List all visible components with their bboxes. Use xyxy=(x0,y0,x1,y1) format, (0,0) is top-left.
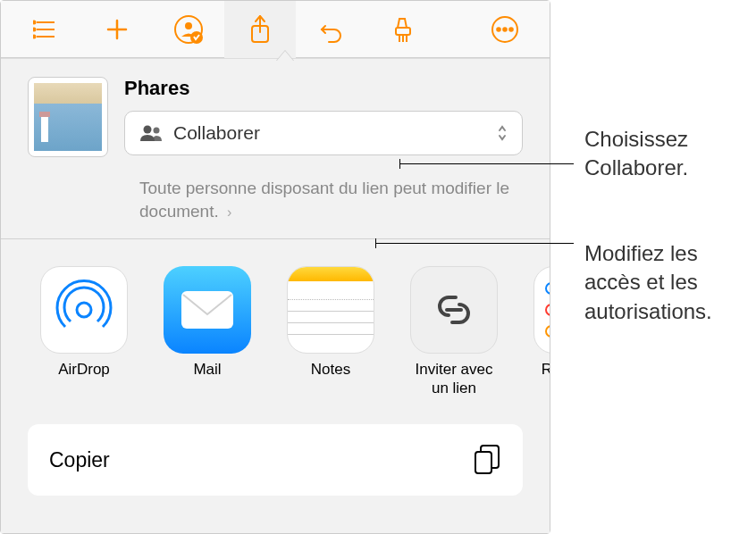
airdrop-app[interactable]: AirDrop xyxy=(40,266,128,397)
mail-app[interactable]: Mail xyxy=(164,266,251,397)
svg-rect-12 xyxy=(396,28,410,35)
toc-button[interactable] xyxy=(10,1,81,58)
format-button[interactable] xyxy=(367,1,439,58)
notes-app[interactable]: Notes xyxy=(287,266,374,397)
toolbar xyxy=(1,1,550,58)
app-label: AirDrop xyxy=(58,361,110,379)
chevron-right-icon: › xyxy=(227,204,231,220)
more-button[interactable] xyxy=(469,1,541,58)
collaborate-label: Collaborer xyxy=(173,122,486,144)
airdrop-icon xyxy=(40,266,128,354)
notes-icon xyxy=(287,266,374,354)
svg-point-5 xyxy=(33,35,36,38)
svg-point-4 xyxy=(33,28,36,30)
svg-point-20 xyxy=(144,126,152,134)
copy-icon xyxy=(473,444,501,476)
document-title: Phares xyxy=(124,77,523,100)
collab-badge-button[interactable] xyxy=(153,1,224,58)
app-label: R xyxy=(542,361,550,379)
share-sheet: Phares Collaborer Toute per xyxy=(1,58,550,533)
app-label: Notes xyxy=(311,361,350,379)
callout-line xyxy=(399,163,574,164)
mail-icon xyxy=(164,266,251,354)
svg-point-21 xyxy=(154,128,160,134)
share-button[interactable] xyxy=(224,1,296,58)
svg-rect-25 xyxy=(475,452,491,473)
link-icon xyxy=(410,266,498,354)
svg-rect-23 xyxy=(181,291,233,329)
svg-point-17 xyxy=(497,28,500,31)
people-icon xyxy=(139,125,163,141)
share-apps-row: AirDrop Mail xyxy=(1,239,550,406)
reminders-app-partial[interactable]: R xyxy=(533,266,550,397)
popover-arrow xyxy=(276,51,294,62)
app-label: Inviter avec un lien xyxy=(410,361,498,397)
copy-label: Copier xyxy=(49,448,110,472)
undo-button[interactable] xyxy=(296,1,367,58)
collaborate-dropdown[interactable]: Collaborer xyxy=(124,111,523,155)
svg-point-18 xyxy=(503,28,507,31)
invite-link-app[interactable]: Inviter avec un lien xyxy=(410,266,498,397)
chevron-updown-icon xyxy=(497,124,508,142)
svg-point-19 xyxy=(509,28,513,31)
copy-action[interactable]: Copier xyxy=(28,424,523,496)
callout-tick xyxy=(399,159,400,169)
svg-point-9 xyxy=(185,22,192,29)
svg-point-22 xyxy=(77,303,91,317)
svg-point-3 xyxy=(33,21,36,23)
permissions-note[interactable]: Toute personne disposant du lien peut mo… xyxy=(1,166,550,238)
callout-line xyxy=(375,243,574,244)
app-label: Mail xyxy=(193,361,221,379)
callout-collaborer: Choisissez Collaborer. xyxy=(584,125,756,183)
document-thumbnail xyxy=(28,77,108,157)
callout-access: Modifiez les accès et les autorisations. xyxy=(584,239,756,326)
add-button[interactable] xyxy=(81,1,153,58)
permissions-text: Toute personne disposant du lien peut mo… xyxy=(139,179,509,221)
callout-tick xyxy=(375,238,376,248)
reminders-icon xyxy=(533,266,550,354)
